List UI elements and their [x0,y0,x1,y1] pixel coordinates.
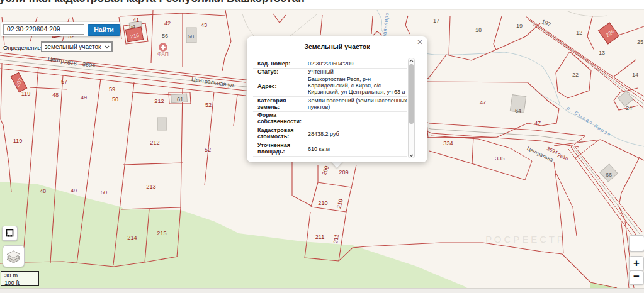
svg-text:48: 48 [52,92,59,98]
svg-text:41: 41 [133,17,139,23]
svg-text:212: 212 [150,140,159,146]
svg-text:48: 48 [40,188,46,194]
svg-text:13: 13 [599,50,605,56]
svg-text:17: 17 [433,18,439,24]
svg-text:119: 119 [13,138,23,144]
svg-text:19: 19 [516,23,523,29]
svg-text:42: 42 [164,20,171,26]
svg-text:47: 47 [534,120,541,126]
svg-text:52: 52 [205,102,212,108]
svg-text:22: 22 [572,72,579,78]
svg-text:58: 58 [188,33,194,40]
svg-text:119: 119 [21,91,31,97]
svg-text:ФАП: ФАП [157,51,169,57]
svg-text:18: 18 [475,27,482,33]
svg-text:47: 47 [480,99,486,106]
svg-text:25: 25 [637,39,643,45]
svg-text:64: 64 [515,108,521,114]
svg-text:214: 214 [127,235,137,241]
svg-text:50: 50 [112,96,118,102]
svg-text:212: 212 [154,98,164,104]
svg-text:59: 59 [109,86,115,92]
svg-text:54: 54 [129,23,135,30]
svg-text:215: 215 [157,230,166,236]
svg-text:66: 66 [606,172,612,178]
svg-text:43: 43 [201,22,207,28]
svg-text:49: 49 [71,187,77,194]
svg-text:50: 50 [101,189,107,196]
svg-text:3694: 3694 [82,61,96,69]
svg-text:335: 335 [495,155,504,162]
svg-text:211: 211 [315,234,325,240]
svg-text:57: 57 [61,79,67,85]
svg-text:14: 14 [632,72,638,78]
svg-text:334: 334 [443,140,453,146]
svg-text:РОСРЕЕСТР: РОСРЕЕСТР [485,234,566,245]
svg-text:209: 209 [339,169,348,175]
svg-text:49: 49 [81,94,87,101]
svg-text:213: 213 [146,184,155,190]
svg-text:56: 56 [162,33,168,39]
svg-text:24: 24 [626,105,632,111]
svg-text:52: 52 [205,146,211,153]
svg-text:12: 12 [576,30,582,36]
svg-text:210: 210 [318,200,327,206]
svg-text:61: 61 [177,96,183,102]
